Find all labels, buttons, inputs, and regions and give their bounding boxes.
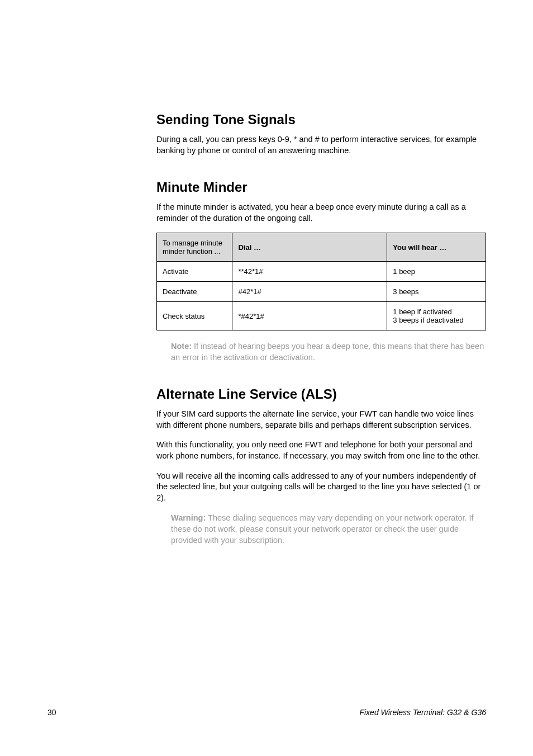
- cell-check-status-hear: 1 beep if activated 3 beeps if deactivat…: [387, 302, 486, 330]
- para-als-2: With this functionality, you only need o…: [156, 440, 486, 461]
- table-row: Activate **42*1# 1 beep: [157, 262, 486, 282]
- cell-deactivate-hear: 3 beeps: [387, 282, 486, 302]
- note-label: Note:: [171, 342, 192, 351]
- heading-als: Alternate Line Service (ALS): [156, 386, 486, 402]
- table-row: Deactivate #42*1# 3 beeps: [157, 282, 486, 302]
- cell-activate-label: Activate: [157, 262, 232, 282]
- cell-deactivate-dial: #42*1#: [232, 282, 387, 302]
- note-minute-minder: Note: If instead of hearing beeps you he…: [171, 341, 486, 363]
- warning-label: Warning:: [171, 513, 206, 522]
- footer: 30 Fixed Wireless Terminal: G32 & G36: [47, 708, 486, 717]
- warning-als: Warning: These dialing sequences may var…: [171, 512, 486, 546]
- para-sending-tone-signals: During a call, you can press keys 0-9, *…: [156, 134, 486, 156]
- footer-title: Fixed Wireless Terminal: G32 & G36: [359, 708, 486, 717]
- para-minute-minder: If the minute minder is activated, you h…: [156, 202, 486, 224]
- cell-activate-hear: 1 beep: [387, 262, 486, 282]
- table-row: Check status *#42*1# 1 beep if activated…: [157, 302, 486, 330]
- table-header-col3: You will hear …: [387, 233, 486, 262]
- heading-minute-minder: Minute Minder: [156, 179, 486, 195]
- table-header-col1: To manage minute minder function ...: [157, 233, 232, 262]
- page-number: 30: [47, 708, 56, 717]
- cell-check-status-label: Check status: [157, 302, 232, 330]
- para-als-3: You will receive all the incoming calls …: [156, 471, 486, 504]
- cell-deactivate-label: Deactivate: [157, 282, 232, 302]
- table-header-col2: Dial …: [232, 233, 387, 262]
- note-text: If instead of hearing beeps you hear a d…: [171, 342, 484, 362]
- cell-check-status-dial: *#42*1#: [232, 302, 387, 330]
- heading-sending-tone-signals: Sending Tone Signals: [156, 112, 486, 127]
- table-minute-minder: To manage minute minder function ... Dia…: [156, 233, 486, 330]
- para-als-1: If your SIM card supports the alternate …: [156, 409, 486, 431]
- warning-text: These dialing sequences may vary dependi…: [171, 513, 474, 545]
- cell-activate-dial: **42*1#: [232, 262, 387, 282]
